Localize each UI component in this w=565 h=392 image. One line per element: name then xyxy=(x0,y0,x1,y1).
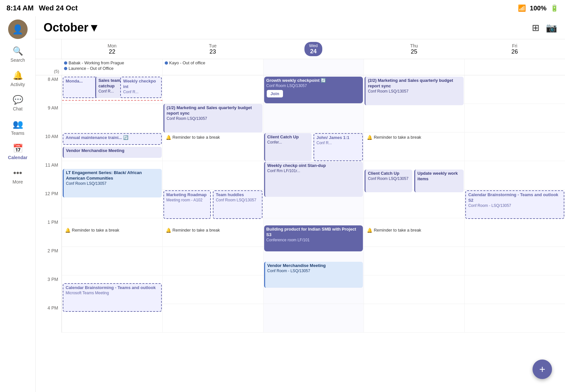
status-bar: 8:14 AM Wed 24 Oct 📶 100% 🔋 xyxy=(0,0,565,16)
event-calendar-brainstorming-mon[interactable]: Calendar Brainstorming - Teams and outlo… xyxy=(63,283,162,312)
sidebar-toggle-icon[interactable]: ⊞ xyxy=(532,22,539,33)
event-update-weekly-work[interactable]: Update weekly work items xyxy=(414,170,464,192)
chevron-down-icon: ▾ xyxy=(91,21,97,34)
allday-row: (5) Babak - Working from Prague Laurence… xyxy=(36,59,565,75)
calendar-area: October ▾ ⊞ 📷 Mon 22 Tue 23 xyxy=(36,16,565,392)
event-monda[interactable]: Monda... xyxy=(63,77,97,98)
calendar-grid: 8 AM 9 AM 10 AM 11 AM 12 PM 1 PM 2 PM 3 … xyxy=(36,75,565,333)
event-lt-engagement[interactable]: LT Engagement Series: Black/ African Ame… xyxy=(63,169,162,197)
allday-count: (5) xyxy=(36,59,62,75)
allday-dot xyxy=(165,61,168,65)
allday-wed xyxy=(263,59,364,75)
event-annual-maintenance[interactable]: Annual maintenance traini... 🔄 xyxy=(63,133,162,145)
search-icon: 🔍 xyxy=(13,46,23,56)
sidebar-item-teams[interactable]: 👥 Teams xyxy=(3,116,32,139)
event-weekly-standup[interactable]: Weekly checkp oint Stan-dup Conf Rm LF/1… xyxy=(264,162,363,197)
allday-dot xyxy=(64,67,67,70)
sidebar-item-search[interactable]: 🔍 Search xyxy=(3,43,32,66)
date: Wed 24 Oct xyxy=(39,4,78,12)
sidebar-label-activity: Activity xyxy=(10,82,25,87)
chat-icon: 💬 xyxy=(13,95,23,105)
event-marketing-roadmap[interactable]: Marketing Roadmap Meeting room - A102 xyxy=(163,190,211,219)
sidebar-label-chat: Chat xyxy=(13,106,23,111)
wifi-icon: 📶 xyxy=(518,4,526,12)
calendar-grid-scroll[interactable]: 8 AM 9 AM 10 AM 11 AM 12 PM 1 PM 2 PM 3 … xyxy=(36,75,565,392)
event-marketing-sales-2[interactable]: (2/2) Marketing and Sales quarterly budg… xyxy=(365,77,464,105)
allday-mon: Babak - Working from Prague Laurence - O… xyxy=(62,59,162,75)
activity-icon: 🔔 xyxy=(13,70,23,81)
plus-icon: + xyxy=(539,363,546,375)
sidebar-label-teams: Teams xyxy=(11,131,24,136)
event-client-catchup-wed[interactable]: Client Catch Up Confer... xyxy=(264,133,312,161)
sidebar-item-calendar[interactable]: 📅 Calendar xyxy=(3,140,32,163)
allday-thu xyxy=(364,59,464,75)
event-john-james[interactable]: John/ James 1:1 Conf R... xyxy=(314,133,363,161)
event-reminder-tue-10am[interactable]: 🔔 Reminder to take a break xyxy=(163,133,263,142)
event-growth-weekly[interactable]: Growth weekly checkpoint 🔄 Conf Room LSQ… xyxy=(264,77,363,103)
event-reminder-mon-1pm[interactable]: 🔔 Reminder to take a break xyxy=(63,226,162,234)
month-title[interactable]: October ▾ xyxy=(44,21,97,34)
day-col-tue: (1/2) Marketing and Sales quarterly budg… xyxy=(162,75,263,333)
event-reminder-tue-1pm[interactable]: 🔔 Reminder to take a break xyxy=(163,226,263,234)
drag-indicator xyxy=(62,100,162,101)
sidebar-label-search: Search xyxy=(10,57,25,63)
header-icons: ⊞ 📷 xyxy=(532,22,557,33)
day-header-tue: Tue 23 xyxy=(162,39,263,59)
allday-tue: Kayo - Out of office xyxy=(162,59,263,75)
day-headers: Mon 22 Tue 23 Wed 24 Th xyxy=(36,39,565,59)
sidebar-item-chat[interactable]: 💬 Chat xyxy=(3,92,32,115)
allday-dot xyxy=(64,61,67,65)
sidebar-label-calendar: Calendar xyxy=(8,155,28,160)
sidebar-label-more: More xyxy=(13,179,23,184)
event-reminder-thu-1pm[interactable]: 🔔 Reminder to take a break xyxy=(365,226,464,234)
day-header-fri: Fri 26 xyxy=(464,39,565,59)
event-vendor-merchandise-mon[interactable]: Vendor Merchandise Meeting xyxy=(63,147,162,158)
calendar-icon: 📅 xyxy=(13,144,23,154)
event-marketing-sales-1[interactable]: (1/2) Marketing and Sales quarterly budg… xyxy=(163,104,263,133)
fab-button[interactable]: + xyxy=(533,360,552,379)
avatar[interactable]: 👤 xyxy=(8,19,28,39)
event-reminder-thu-10am[interactable]: 🔔 Reminder to take a break xyxy=(365,133,464,142)
sidebar-item-activity[interactable]: 🔔 Activity xyxy=(3,67,32,90)
sidebar: 👤 🔍 Search 🔔 Activity 💬 Chat 👥 Teams 📅 C… xyxy=(0,16,36,392)
teams-icon: 👥 xyxy=(13,119,23,129)
day-col-wed: Growth weekly checkpoint 🔄 Conf Room LSQ… xyxy=(263,75,364,333)
battery-icon: 🔋 xyxy=(550,4,559,12)
day-header-wed: Wed 24 xyxy=(263,39,364,59)
day-col-thu: (2/2) Marketing and Sales quarterly budg… xyxy=(364,75,464,333)
video-icon[interactable]: 📷 xyxy=(546,22,557,33)
event-vendor-merchandise-wed[interactable]: Vendor Merchandise Meeting Conf Room - L… xyxy=(264,262,363,288)
day-header-thu: Thu 25 xyxy=(364,39,464,59)
app-container: 👤 🔍 Search 🔔 Activity 💬 Chat 👥 Teams 📅 C… xyxy=(0,16,565,392)
allday-fri xyxy=(464,59,565,75)
more-icon: ••• xyxy=(13,168,22,178)
day-header-mon: Mon 22 xyxy=(62,39,162,59)
calendar-header: October ▾ ⊞ 📷 xyxy=(36,16,565,39)
month-name: October xyxy=(44,21,88,34)
event-team-huddles[interactable]: Team huddles Conf Room LSQ/13057 xyxy=(213,190,262,219)
time: 8:14 AM xyxy=(6,4,34,12)
sidebar-item-more[interactable]: ••• More xyxy=(3,165,32,188)
day-col-fri: Calendar Brainstorming - Teams and outlo… xyxy=(464,75,565,333)
event-calendar-brainstorming-fri[interactable]: Calendar Brainstorming - Teams and outlo… xyxy=(465,190,564,219)
event-client-catchup-thu[interactable]: Client Catch Up Conf Room LSQ/13057 xyxy=(365,170,412,192)
event-weekly-checkpoint-mon[interactable]: Weekly checkpo int Conf R... xyxy=(120,77,162,98)
join-button[interactable]: Join xyxy=(266,90,284,98)
time-column: 8 AM 9 AM 10 AM 11 AM 12 PM 1 PM 2 PM 3 … xyxy=(36,75,62,333)
event-building-product[interactable]: Building product for Indian SMB with Pro… xyxy=(264,225,363,251)
battery: 100% xyxy=(530,5,546,12)
day-col-mon: Monda... Sales team catchup Conf R... We… xyxy=(62,75,162,333)
